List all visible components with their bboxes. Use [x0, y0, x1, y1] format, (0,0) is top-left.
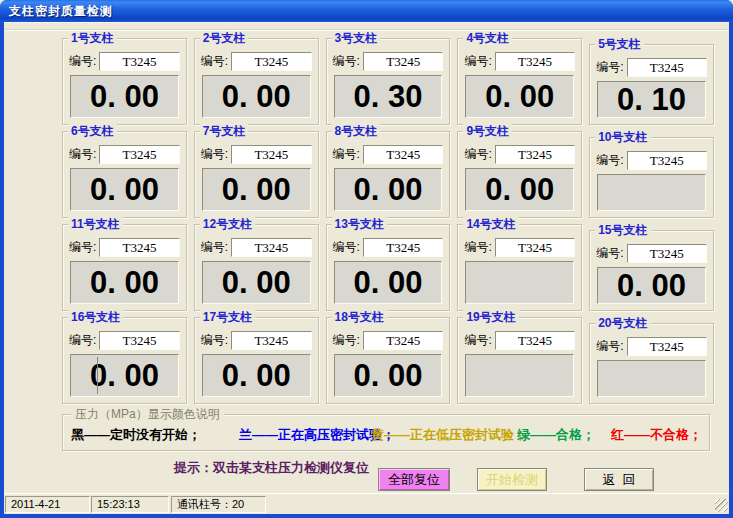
pressure-display[interactable]: 0. 30 — [334, 75, 443, 118]
text-caret — [97, 357, 98, 394]
pressure-value: 0. 00 — [222, 174, 291, 205]
pressure-display[interactable] — [597, 360, 706, 397]
pillar-panel-title: 20号支柱 — [595, 316, 650, 330]
pillar-panel-title: 15号支柱 — [595, 223, 650, 237]
code-label: 编号: — [596, 245, 623, 262]
pillar-panel-title: 13号支柱 — [332, 217, 387, 231]
pressure-display[interactable]: 0. 00 — [70, 75, 179, 118]
code-label: 编号: — [333, 53, 360, 70]
pillar-code-row: 编号: T3245 — [596, 58, 707, 77]
status-time: 15:23:13 — [91, 496, 169, 513]
code-input[interactable]: T3245 — [99, 52, 179, 71]
window-title: 支柱密封质量检测 — [9, 3, 113, 20]
pillar-code-row: 编号: T3245 — [464, 331, 575, 350]
pressure-display[interactable]: 0. 00 — [70, 168, 179, 211]
pillar-panel-19: 19号支柱 编号: T3245 — [457, 317, 582, 404]
pillar-panel-title: 9号支柱 — [463, 124, 512, 138]
code-input[interactable]: T3245 — [231, 331, 311, 350]
pressure-display[interactable]: 0. 00 — [597, 267, 706, 304]
pillar-code-row: 编号: T3245 — [464, 145, 575, 164]
code-label: 编号: — [333, 146, 360, 163]
back-button[interactable]: 返 回 — [584, 468, 654, 491]
pressure-display[interactable]: 0. 00 — [202, 261, 311, 304]
code-input[interactable]: T3245 — [495, 52, 575, 71]
pillar-panel-title: 16号支柱 — [68, 310, 123, 324]
pillar-panel-15: 15号支柱 编号: T3245 0. 00 — [589, 230, 714, 311]
pressure-value: 0. 00 — [90, 360, 159, 391]
pressure-display[interactable] — [465, 261, 574, 304]
code-input[interactable]: T3245 — [363, 52, 443, 71]
code-input[interactable]: T3245 — [495, 331, 575, 350]
code-label: 编号: — [464, 146, 491, 163]
code-label: 编号: — [596, 152, 623, 169]
pillar-panel-title: 1号支柱 — [68, 31, 117, 45]
pressure-display[interactable]: 0. 00 — [202, 354, 311, 397]
code-input[interactable]: T3245 — [363, 145, 443, 164]
code-input[interactable]: T3245 — [363, 238, 443, 257]
code-input[interactable]: T3245 — [627, 151, 707, 170]
pillar-grid: 1号支柱 编号: T3245 0. 00 2号支柱 编号: T3245 0. 0… — [62, 38, 714, 404]
pillar-panel-title: 19号支柱 — [463, 310, 518, 324]
code-label: 编号: — [464, 332, 491, 349]
pillar-panel-4: 4号支柱 编号: T3245 0. 00 — [457, 38, 582, 125]
pressure-display[interactable]: 0. 00 — [465, 168, 574, 211]
pillar-panel-title: 6号支柱 — [68, 124, 117, 138]
pillar-code-row: 编号: T3245 — [333, 52, 444, 71]
pillar-panel-2: 2号支柱 编号: T3245 0. 00 — [194, 38, 319, 125]
pressure-value: 0. 00 — [222, 81, 291, 112]
code-input[interactable]: T3245 — [99, 145, 179, 164]
code-label: 编号: — [596, 59, 623, 76]
code-input[interactable]: T3245 — [495, 238, 575, 257]
code-input[interactable]: T3245 — [231, 52, 311, 71]
reset-all-button[interactable]: 全部复位 — [378, 468, 450, 491]
code-label: 编号: — [596, 338, 623, 355]
code-input[interactable]: T3245 — [231, 238, 311, 257]
pillar-code-row: 编号: T3245 — [201, 52, 312, 71]
pillar-panel-title: 7号支柱 — [200, 124, 249, 138]
pillar-panel-10: 10号支柱 编号: T3245 — [589, 137, 714, 218]
pressure-display[interactable]: 0. 00 — [70, 354, 179, 397]
pillar-code-row: 编号: T3245 — [464, 238, 575, 257]
pressure-value: 0. 00 — [485, 81, 554, 112]
pressure-value: 0. 10 — [617, 84, 686, 115]
pillar-panel-title: 4号支柱 — [463, 31, 512, 45]
pressure-value: 0. 00 — [222, 267, 291, 298]
code-input[interactable]: T3245 — [99, 238, 179, 257]
app-window: 支柱密封质量检测 1号支柱 编号: T3245 0. 00 2号支柱 编号: T… — [0, 0, 733, 518]
pillar-code-row: 编号: T3245 — [201, 238, 312, 257]
resize-grip[interactable] — [715, 499, 728, 512]
pressure-display[interactable]: 0. 00 — [202, 75, 311, 118]
code-input[interactable]: T3245 — [99, 331, 179, 350]
pressure-display[interactable]: 0. 00 — [70, 261, 179, 304]
pressure-display[interactable] — [465, 354, 574, 397]
legend-item: 绿——合格； — [517, 426, 595, 444]
pressure-display[interactable]: 0. 00 — [334, 168, 443, 211]
pressure-value: 0. 30 — [354, 81, 423, 112]
pressure-value: 0. 00 — [354, 360, 423, 391]
pressure-value: 0. 00 — [354, 267, 423, 298]
pressure-display[interactable]: 0. 10 — [597, 81, 706, 118]
code-input[interactable]: T3245 — [231, 145, 311, 164]
pressure-display[interactable]: 0. 00 — [334, 354, 443, 397]
pillar-panel-5: 5号支柱 编号: T3245 0. 10 — [589, 44, 714, 125]
code-label: 编号: — [69, 146, 96, 163]
code-input[interactable]: T3245 — [363, 331, 443, 350]
pillar-panel-title: 12号支柱 — [200, 217, 255, 231]
pillar-panel-17: 17号支柱 编号: T3245 0. 00 — [194, 317, 319, 404]
start-detection-button[interactable]: 开始检测 — [477, 468, 547, 491]
pressure-display[interactable]: 0. 00 — [202, 168, 311, 211]
title-bar[interactable]: 支柱密封质量检测 — [0, 0, 733, 22]
code-input[interactable]: T3245 — [627, 337, 707, 356]
pressure-display[interactable] — [597, 174, 706, 211]
pressure-display[interactable]: 0. 00 — [465, 75, 574, 118]
code-input[interactable]: T3245 — [495, 145, 575, 164]
pillar-code-row: 编号: T3245 — [69, 145, 180, 164]
code-input[interactable]: T3245 — [627, 244, 707, 263]
pillar-panel-title: 14号支柱 — [463, 217, 518, 231]
pressure-display[interactable]: 0. 00 — [334, 261, 443, 304]
pillar-code-row: 编号: T3245 — [333, 331, 444, 350]
code-input[interactable]: T3245 — [627, 58, 707, 77]
pressure-value: 0. 00 — [90, 174, 159, 205]
legend-item: 红——不合格； — [611, 426, 702, 444]
code-label: 编号: — [69, 53, 96, 70]
